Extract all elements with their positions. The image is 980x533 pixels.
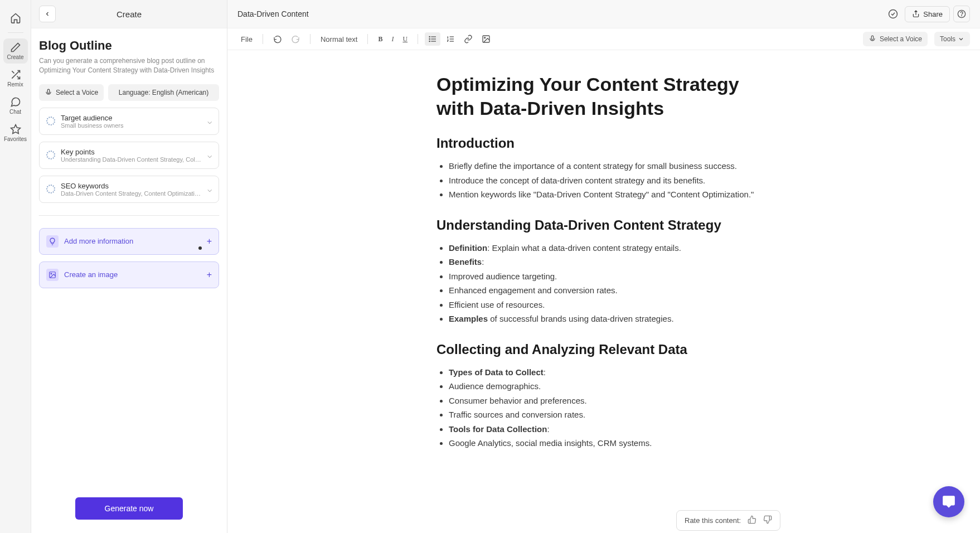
nav-label: Remix bbox=[7, 81, 23, 88]
lightbulb-icon bbox=[46, 235, 59, 248]
bullet-list-button[interactable] bbox=[425, 32, 440, 46]
svg-marker-0 bbox=[11, 125, 20, 134]
add-more-info-button[interactable]: Add more information + bbox=[39, 228, 219, 255]
rate-content-box: Rate this content: bbox=[676, 510, 780, 531]
list-item: Consumer behavior and preferences. bbox=[449, 394, 771, 408]
link-button[interactable] bbox=[460, 32, 476, 46]
nav-home[interactable] bbox=[3, 9, 28, 27]
field-title: Target audience bbox=[61, 114, 202, 122]
undo-icon bbox=[273, 35, 282, 43]
numbered-list-button[interactable] bbox=[443, 32, 458, 46]
tools-button[interactable]: Tools bbox=[934, 32, 970, 46]
file-menu[interactable]: File bbox=[237, 33, 256, 46]
list-item: Briefly define the importance of a conte… bbox=[449, 159, 771, 173]
bullet-list: Briefly define the importance of a conte… bbox=[436, 159, 771, 202]
svg-point-2 bbox=[51, 273, 52, 274]
voice-icon bbox=[869, 35, 876, 43]
dotted-divider bbox=[39, 215, 219, 216]
generate-button[interactable]: Generate now bbox=[75, 497, 183, 520]
rate-label: Rate this content: bbox=[685, 516, 741, 525]
numbered-list-icon bbox=[446, 35, 455, 43]
italic-button[interactable]: I bbox=[388, 33, 397, 46]
check-status-icon[interactable] bbox=[885, 6, 901, 22]
thumbs-down-icon bbox=[763, 515, 772, 524]
language-chip[interactable]: Language: English (American) bbox=[108, 84, 219, 101]
text-style-select[interactable]: Normal text bbox=[317, 33, 361, 46]
create-image-button[interactable]: Create an image + bbox=[39, 261, 219, 288]
pencil-icon bbox=[10, 42, 21, 53]
svg-point-11 bbox=[429, 41, 430, 41]
sidebar-description: Can you generate a comprehensive blog po… bbox=[39, 56, 219, 75]
insert-image-button[interactable] bbox=[478, 32, 494, 46]
link-icon bbox=[464, 35, 473, 43]
indicator-dot bbox=[198, 246, 202, 250]
toolbar-voice-button[interactable]: Select a Voice bbox=[863, 32, 928, 46]
field-sub: Small business owners bbox=[61, 122, 202, 129]
toolbar: File Normal text B I U bbox=[227, 28, 980, 50]
chat-icon bbox=[10, 96, 21, 108]
spinner-icon bbox=[46, 151, 55, 159]
doc-heading: Optimizing Your Content Strategy with Da… bbox=[436, 72, 771, 120]
list-item: Types of Data to Collect: bbox=[449, 365, 771, 380]
section-heading: Understanding Data-Driven Content Strate… bbox=[436, 217, 771, 233]
list-item: Mention keywords like "Data-Driven Conte… bbox=[449, 187, 771, 202]
svg-point-9 bbox=[429, 36, 430, 37]
section-heading: Collecting and Analyzing Relevant Data bbox=[436, 342, 771, 357]
list-item: Enhanced engagement and conversion rates… bbox=[449, 283, 771, 298]
list-item: Definition: Explain what a data-driven c… bbox=[449, 241, 771, 255]
bold-button[interactable]: B bbox=[375, 33, 386, 46]
nav-favorites[interactable]: Favorites bbox=[3, 120, 28, 146]
sidebar-body: Blog Outline Can you generate a comprehe… bbox=[31, 28, 227, 487]
bullet-list: Definition: Explain what a data-driven c… bbox=[436, 241, 771, 326]
share-button[interactable]: Share bbox=[905, 6, 950, 22]
field-sub: Understanding Data-Driven Content Strate… bbox=[61, 156, 202, 163]
undo-button[interactable] bbox=[270, 32, 285, 46]
image-icon bbox=[46, 269, 59, 281]
nav-create[interactable]: Create bbox=[3, 38, 28, 64]
redo-icon bbox=[291, 35, 300, 43]
shuffle-icon bbox=[10, 69, 21, 80]
nav-label: Chat bbox=[9, 109, 21, 115]
list-item: Benefits: bbox=[449, 255, 771, 269]
help-button[interactable] bbox=[953, 6, 970, 22]
svg-point-5 bbox=[962, 16, 962, 16]
thumbs-up-button[interactable] bbox=[748, 515, 756, 526]
list-item: Tools for Data Collection: bbox=[449, 422, 771, 437]
plus-icon: + bbox=[207, 236, 212, 246]
section-heading: Introduction bbox=[436, 135, 771, 151]
spinner-icon bbox=[46, 185, 55, 193]
chevron-left-icon bbox=[44, 11, 51, 17]
spinner-icon bbox=[46, 117, 55, 125]
document-editor[interactable]: Optimizing Your Content Strategy with Da… bbox=[227, 50, 980, 533]
plus-icon: + bbox=[207, 270, 212, 280]
svg-point-10 bbox=[429, 38, 430, 39]
field-seo-keywords[interactable]: SEO keywords Data-Driven Content Strateg… bbox=[39, 176, 219, 203]
sidebar-title: Blog Outline bbox=[39, 38, 219, 53]
chevron-down-icon: ⌵ bbox=[207, 117, 212, 125]
list-item: Google Analytics, social media insights,… bbox=[449, 436, 771, 450]
nav-remix[interactable]: Remix bbox=[3, 66, 28, 91]
chat-bubble-icon bbox=[942, 495, 956, 509]
back-button[interactable] bbox=[39, 6, 56, 22]
help-icon bbox=[957, 9, 966, 18]
underline-button[interactable]: U bbox=[399, 33, 411, 46]
svg-point-16 bbox=[484, 37, 486, 38]
chip-label: Select a Voice bbox=[56, 89, 98, 96]
chat-fab[interactable] bbox=[933, 486, 964, 517]
check-circle-icon bbox=[888, 9, 898, 19]
sidebar-header-title: Create bbox=[56, 9, 202, 19]
field-target-audience[interactable]: Target audience Small business owners ⌵ bbox=[39, 108, 219, 135]
document-title[interactable]: Data-Driven Content bbox=[237, 9, 309, 18]
sidebar-panel: Create Blog Outline Can you generate a c… bbox=[31, 0, 227, 533]
field-key-points[interactable]: Key points Understanding Data-Driven Con… bbox=[39, 142, 219, 169]
list-item: Audience demographics. bbox=[449, 379, 771, 394]
chevron-down-icon: ⌵ bbox=[207, 151, 212, 159]
field-sub: Data-Driven Content Strategy, Content Op… bbox=[61, 190, 202, 197]
nav-chat[interactable]: Chat bbox=[3, 93, 28, 118]
voice-label: Select a Voice bbox=[880, 35, 922, 43]
select-voice-chip[interactable]: Select a Voice bbox=[39, 84, 104, 101]
thumbs-down-button[interactable] bbox=[763, 515, 772, 526]
bullet-list: Types of Data to Collect:Audience demogr… bbox=[436, 365, 771, 450]
redo-button[interactable] bbox=[288, 32, 303, 46]
action-label: Create an image bbox=[64, 270, 201, 279]
